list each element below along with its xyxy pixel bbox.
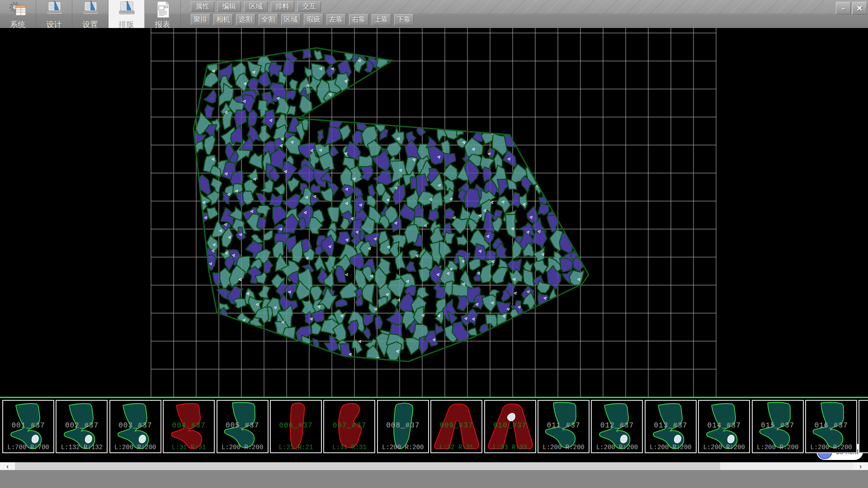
piece-thumbnail-013_#37[interactable]: 013_#37L:200 R:200: [645, 400, 697, 453]
piece-id-label: 012_#37: [592, 422, 642, 430]
piece-thumbnail-006_#37[interactable]: 006_#37L:21 R:21: [270, 400, 322, 453]
piece-lr-label: L:200 R:200: [646, 444, 696, 451]
piece-thumbnail-012_#37[interactable]: 012_#37L:200 R:200: [591, 400, 643, 453]
piece-film-strip: 38% 384.8M 001_#37L:700 R:700002_#37L:13…: [0, 397, 868, 462]
system-icon: [8, 0, 28, 20]
nesting-canvas[interactable]: [0, 28, 868, 397]
piece-thumbnail-010_#37[interactable]: 010_#37L:33 R:33: [484, 400, 536, 453]
piece-lr-label: L:700 R:700: [3, 444, 53, 451]
report-icon: [153, 0, 173, 20]
strip-divider-line: [0, 397, 868, 398]
piece-id-label: 004_#37: [164, 422, 214, 430]
menu-button-上靠[interactable]: 上靠: [372, 14, 391, 25]
piece-id-label: 007_#37: [324, 422, 374, 430]
piece-lr-label: L:200 R:200: [753, 444, 803, 451]
piece-id-label: 001_#37: [3, 422, 53, 430]
piece-thumbnail-014_#37[interactable]: 014_#37L:200 R:200: [698, 400, 750, 453]
menu-row-2: 聚排相机选割全割区域瑕疵左靠右靠上靠下靠: [191, 14, 414, 25]
close-button[interactable]: ✕: [852, 2, 867, 14]
horizontal-scrollbar[interactable]: ‹ ›: [0, 462, 868, 470]
piece-thumbnail-partial[interactable]: [859, 400, 868, 453]
piece-lr-label: L:200 R:200: [806, 444, 856, 451]
minimize-button[interactable]: –: [836, 2, 851, 14]
piece-id-label: 016_#37: [806, 422, 856, 430]
piece-thumbnail-002_#37[interactable]: 002_#37L:132 R:132: [56, 400, 108, 453]
piece-lr-label: L:200 R:200: [110, 444, 160, 451]
toolbar: 系统设计设置排版报表 属性编辑区域排料交互 聚排相机选割全割区域瑕疵左靠右靠上靠…: [0, 0, 868, 28]
menu-button-区域[interactable]: 区域: [281, 14, 301, 25]
piece-lr-label: L:31 R:31: [164, 444, 214, 451]
piece-thumbnail-009_#37[interactable]: 009_#37L:32 R:31: [430, 400, 482, 453]
tab-设计[interactable]: 设计: [36, 0, 72, 28]
piece-id-label: 013_#37: [646, 422, 696, 430]
piece-lr-label: L:33 R:33: [485, 444, 535, 451]
menu-button-排料[interactable]: 排料: [271, 1, 294, 12]
piece-id-label: 009_#37: [431, 422, 481, 430]
piece-lr-label: L:31 R:31: [324, 444, 374, 451]
piece-id-label: 015_#37: [753, 422, 803, 430]
menu-button-属性[interactable]: 属性: [191, 1, 214, 12]
menu-button-左靠[interactable]: 左靠: [326, 14, 346, 25]
piece-id-label: 005_#37: [217, 422, 268, 430]
piece-thumbnail-011_#37[interactable]: 011_#37L:200 R:200: [538, 400, 590, 453]
menu-button-选割[interactable]: 选割: [236, 14, 255, 25]
menu-button-下靠[interactable]: 下靠: [394, 14, 414, 25]
piece-thumbnail-008_#37[interactable]: 008_#37L:200 R:200: [377, 400, 429, 453]
piece-thumbnail-004_#37[interactable]: 004_#37L:31 R:31: [163, 400, 215, 453]
piece-id-label: 008_#37: [378, 422, 428, 430]
tab-系统[interactable]: 系统: [0, 0, 36, 28]
menu-button-编辑[interactable]: 编辑: [217, 1, 241, 12]
piece-id-label: 011_#37: [538, 422, 589, 430]
menu-button-区域[interactable]: 区域: [244, 1, 268, 12]
menu-row-1: 属性编辑区域排料交互: [191, 1, 321, 12]
piece-thumbnail-016_#37[interactable]: 016_#37L:200 R:200: [805, 400, 857, 453]
piece-lr-label: L:21 R:21: [271, 444, 321, 451]
menu-button-相机[interactable]: 相机: [213, 14, 233, 25]
piece-lr-label: L:32 R:31: [431, 444, 481, 451]
piece-lr-label: L:200 R:200: [538, 444, 589, 451]
piece-lr-label: L:200 R:200: [592, 444, 642, 451]
menu-button-全割[interactable]: 全割: [259, 14, 278, 25]
piece-thumbnail-005_#37[interactable]: 005_#37L:200 R:200: [217, 400, 269, 453]
piece-id-label: 003_#37: [110, 422, 160, 430]
leather-hide-nest: [0, 28, 868, 397]
main-tab-bar: 系统设计设置排版报表: [0, 0, 181, 28]
menu-button-右靠[interactable]: 右靠: [349, 14, 368, 25]
piece-id-label: 006_#37: [271, 422, 321, 430]
piece-id-label: 002_#37: [57, 422, 107, 430]
scrollbar-thumb[interactable]: [15, 462, 720, 470]
piece-lr-label: L:200 R:200: [217, 444, 268, 451]
scroll-left-arrow-icon[interactable]: ‹: [0, 462, 15, 470]
menu-button-瑕疵[interactable]: 瑕疵: [304, 14, 323, 25]
piece-lr-label: L:132 R:132: [57, 444, 107, 451]
piece-thumbnail-007_#37[interactable]: 007_#37L:31 R:31: [323, 400, 375, 453]
piece-id-label: 010_#37: [485, 422, 535, 430]
menu-button-聚排[interactable]: 聚排: [191, 14, 210, 25]
status-bar: [0, 470, 868, 488]
scroll-right-arrow-icon[interactable]: ›: [853, 462, 868, 470]
tab-报表[interactable]: 报表: [145, 0, 181, 28]
tab-排版[interactable]: 排版: [108, 0, 145, 28]
settings-icon: [80, 0, 100, 20]
piece-thumbnail-015_#37[interactable]: 015_#37L:200 R:200: [752, 400, 804, 453]
piece-lr-label: L:200 R:200: [699, 444, 749, 451]
design-icon: [44, 0, 64, 20]
layout-icon: [117, 0, 137, 20]
piece-thumbnail-003_#37[interactable]: 003_#37L:200 R:200: [109, 400, 161, 453]
piece-thumbnail-001_#37[interactable]: 001_#37L:700 R:700: [2, 400, 54, 453]
tab-设置[interactable]: 设置: [72, 0, 108, 28]
menu-button-交互[interactable]: 交互: [297, 1, 321, 12]
piece-lr-label: L:200 R:200: [378, 444, 428, 451]
piece-id-label: 014_#37: [699, 422, 749, 430]
